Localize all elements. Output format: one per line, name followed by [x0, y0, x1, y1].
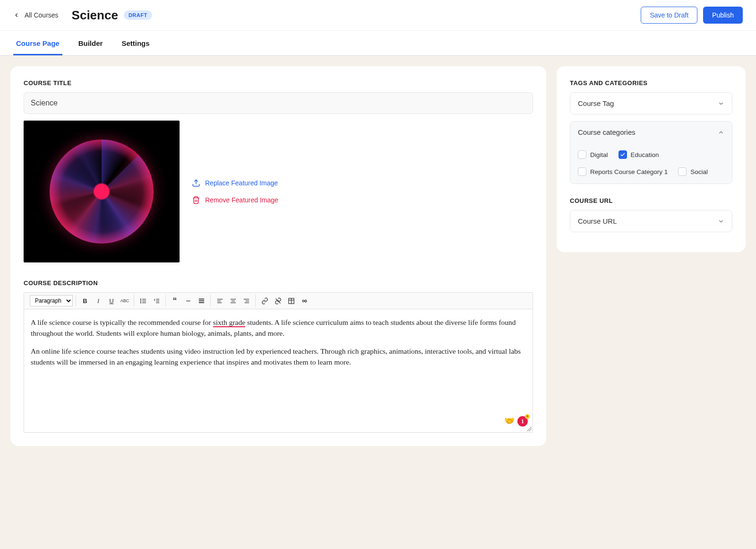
unlink-icon — [275, 297, 282, 305]
course-tag-accordion: Course Tag — [570, 92, 732, 114]
category-label: Social — [690, 168, 708, 175]
replace-featured-image-button[interactable]: Replace Featured Image — [192, 179, 278, 187]
editor-toolbar: Paragraph B I U ABC “ — [24, 293, 533, 309]
handshake-icon[interactable]: 🤝 — [504, 415, 515, 427]
category-label: Reports Course Category 1 — [590, 168, 668, 175]
tags-categories-label: TAGS AND CATEGORIES — [570, 79, 732, 87]
tab-course-page[interactable]: Course Page — [13, 31, 62, 55]
checkbox[interactable] — [619, 150, 627, 159]
align-center-icon — [230, 297, 237, 305]
quote-button[interactable]: “ — [169, 295, 181, 307]
sidebar-panel: TAGS AND CATEGORIES Course Tag Course ca… — [557, 66, 746, 252]
course-title-input[interactable] — [24, 92, 533, 114]
link-button[interactable] — [258, 295, 271, 307]
checkbox[interactable] — [678, 167, 687, 176]
chevron-down-icon — [718, 100, 724, 107]
svg-point-5 — [140, 300, 141, 301]
code-icon — [301, 297, 308, 305]
category-digital[interactable]: Digital — [578, 150, 608, 159]
notification-badge[interactable]: 1 — [517, 416, 528, 427]
remove-featured-image-button[interactable]: Remove Featured Image — [192, 196, 278, 204]
back-all-courses-link[interactable]: All Courses — [13, 11, 59, 19]
top-bar: All Courses Science DRAFT Save to Draft … — [0, 0, 756, 31]
align-left-icon — [216, 297, 223, 305]
link-icon — [261, 297, 268, 305]
course-categories-toggle[interactable]: Course categories — [570, 122, 732, 143]
format-select[interactable]: Paragraph — [30, 295, 73, 306]
underline-button[interactable]: U — [105, 295, 118, 307]
chevron-left-icon — [13, 12, 20, 18]
chevron-up-icon — [718, 129, 724, 136]
page-title: Science — [72, 8, 118, 23]
resize-handle[interactable] — [527, 427, 532, 431]
bullet-list-icon — [140, 297, 147, 305]
replace-image-label: Replace Featured Image — [205, 179, 278, 187]
desc-text: An online life science course teaches st… — [31, 346, 526, 368]
main-panel: COURSE TITLE Replace Featured Image Remo… — [10, 66, 546, 446]
categories-list: Digital Education Reports Course Categor… — [570, 143, 732, 183]
course-description-label: COURSE DESCRIPTION — [24, 279, 533, 287]
svg-rect-12 — [198, 300, 204, 301]
numbered-list-icon — [153, 297, 160, 305]
svg-point-6 — [140, 302, 141, 303]
tab-settings[interactable]: Settings — [119, 31, 152, 55]
svg-point-4 — [140, 299, 141, 299]
course-title-label: COURSE TITLE — [24, 79, 533, 87]
code-button[interactable] — [298, 295, 310, 307]
category-education[interactable]: Education — [619, 150, 659, 159]
category-label: Education — [631, 151, 659, 158]
spellcheck-mark: sixth grade — [213, 318, 245, 327]
editor-content[interactable]: A life science course is typically the r… — [24, 309, 533, 432]
category-reports[interactable]: Reports Course Category 1 — [578, 167, 668, 176]
course-categories-accordion: Course categories Digital Education Repo… — [570, 121, 732, 184]
course-url-section-label: COURSE URL — [570, 197, 732, 204]
italic-button[interactable]: I — [92, 295, 104, 307]
indent-button[interactable] — [195, 295, 207, 307]
tab-builder[interactable]: Builder — [76, 31, 106, 55]
course-tag-label: Course Tag — [578, 99, 614, 107]
featured-image — [24, 121, 180, 262]
save-draft-button[interactable]: Save to Draft — [641, 7, 697, 24]
upload-icon — [192, 179, 200, 187]
course-url-label: Course URL — [578, 217, 617, 225]
trash-icon — [192, 196, 200, 204]
align-left-button[interactable] — [214, 295, 226, 307]
horizontal-rule-button[interactable] — [182, 295, 194, 307]
course-tag-toggle[interactable]: Course Tag — [570, 93, 732, 114]
bold-button[interactable]: B — [79, 295, 91, 307]
rich-text-editor: Paragraph B I U ABC “ — [24, 292, 533, 433]
unlink-button[interactable] — [272, 295, 284, 307]
numbered-list-button[interactable] — [150, 295, 163, 307]
status-badge: DRAFT — [124, 10, 152, 20]
publish-button[interactable]: Publish — [703, 7, 743, 24]
tabs-bar: Course Page Builder Settings — [0, 31, 756, 56]
remove-image-label: Remove Featured Image — [205, 196, 278, 204]
svg-point-28 — [305, 300, 307, 302]
course-url-toggle[interactable]: Course URL — [570, 210, 732, 232]
floating-widgets: 🤝 1 — [504, 415, 528, 427]
category-label: Digital — [590, 151, 608, 158]
indent-icon — [198, 297, 205, 305]
back-label: All Courses — [25, 11, 59, 19]
svg-rect-13 — [198, 302, 204, 303]
chevron-down-icon — [718, 218, 724, 225]
table-button[interactable] — [285, 295, 297, 307]
checkbox[interactable] — [578, 150, 586, 159]
course-categories-label: Course categories — [578, 128, 636, 136]
checkbox[interactable] — [578, 167, 586, 176]
table-icon — [288, 297, 295, 305]
align-right-button[interactable] — [240, 295, 252, 307]
minus-icon — [185, 297, 192, 305]
svg-point-27 — [302, 300, 304, 302]
bullet-list-button[interactable] — [137, 295, 149, 307]
strike-button[interactable]: ABC — [119, 295, 131, 307]
desc-text: A life science course is typically the r… — [31, 318, 213, 326]
course-url-accordion: Course URL — [570, 210, 732, 232]
align-center-button[interactable] — [227, 295, 239, 307]
align-right-icon — [243, 297, 250, 305]
category-social[interactable]: Social — [678, 167, 708, 176]
svg-rect-11 — [198, 298, 204, 299]
